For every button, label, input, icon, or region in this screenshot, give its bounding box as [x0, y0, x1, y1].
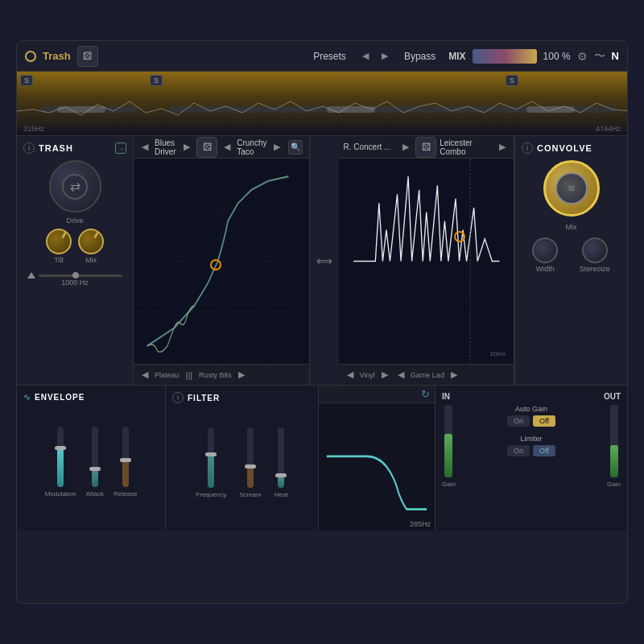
modulation-slider[interactable] [57, 427, 64, 487]
heat-slider[interactable] [278, 427, 284, 488]
attack-slider[interactable] [92, 427, 98, 487]
scream-label: Scream [239, 491, 262, 498]
freq-slider-thumb[interactable] [72, 272, 79, 279]
middle-arrow-panel[interactable]: ⟺ [310, 136, 339, 385]
dist2-footer-prev1[interactable]: ◀ [344, 368, 357, 382]
main-area: i TRASH → ⇄ Drive Tilt Mix [17, 136, 627, 386]
prev-preset-arrow[interactable]: ◀ [359, 49, 372, 63]
envelope-header: ∿ ENVELOPE [23, 392, 159, 402]
freq-slider[interactable] [39, 275, 122, 277]
frequency-slider-group: Frequency [196, 427, 226, 498]
trash-info-button[interactable]: i [23, 142, 35, 154]
convolve-section: i CONVOLVE ≋ Mix Width Stereoize [514, 136, 627, 385]
mix-knob-label: Mix [85, 256, 97, 264]
dist2-footer-next2[interactable]: ▶ [448, 368, 460, 382]
mix-bar[interactable] [473, 49, 537, 64]
dist2-preset1: R. Concert ... [344, 142, 397, 151]
dist2-footer-label2: Game Lad [411, 371, 444, 379]
release-slider[interactable] [122, 427, 129, 487]
dist1-preset2: Crunchy Taco [237, 138, 266, 156]
s-button-mid-right[interactable]: S [506, 75, 518, 86]
scream-slider[interactable] [247, 427, 254, 488]
frequency-slider[interactable] [208, 427, 214, 488]
dist1-next[interactable]: ▶ [180, 140, 193, 154]
dist1-prev[interactable]: ◀ [138, 140, 151, 154]
dice-button[interactable]: ⚄ [77, 46, 98, 67]
filter-title: FILTER [188, 394, 220, 402]
envelope-panel: ∿ ENVELOPE Modulation Attack [17, 386, 166, 530]
freq-value: 1000 Hz [23, 279, 126, 287]
mix-group: Mix [78, 229, 104, 264]
dist1-preset2-next[interactable]: ▶ [270, 140, 283, 154]
s-button-mid-left[interactable]: S [150, 75, 163, 86]
width-knob[interactable] [532, 237, 558, 263]
dist1-graph[interactable] [134, 159, 309, 364]
trash-arrow-button[interactable]: → [115, 142, 126, 154]
dist2-time: 10ms [489, 350, 506, 357]
convolve-knob-symbol: ≋ [568, 183, 576, 194]
dist2-footer-prev2[interactable]: ◀ [394, 368, 407, 382]
dist2-graph[interactable]: 10ms [339, 159, 514, 364]
dist2-handle[interactable] [454, 231, 465, 242]
settings-icon[interactable]: ⚙ [577, 50, 588, 63]
dist2-footer-next1[interactable]: ▶ [378, 368, 391, 382]
freq-control: 1000 Hz [23, 272, 126, 287]
out-label: OUT [604, 392, 621, 401]
dist2-next1[interactable]: ▶ [399, 140, 412, 154]
refresh-icon[interactable]: ↻ [421, 388, 430, 400]
convolve-mix-knob[interactable]: ≋ [543, 160, 600, 217]
stereoize-knob[interactable] [582, 237, 608, 263]
modulation-thumb[interactable] [55, 446, 66, 450]
tilt-knob[interactable] [46, 229, 72, 254]
filter-curve-svg [319, 403, 435, 530]
dist1-zoom[interactable]: 🔍 [288, 140, 303, 155]
scream-fill [247, 467, 254, 488]
attack-fill [92, 469, 98, 488]
bottom-section: ∿ ENVELOPE Modulation Attack [17, 386, 627, 530]
gear-icon [25, 51, 36, 62]
convolve-header: i CONVOLVE [522, 142, 621, 154]
limiter-off[interactable]: Off [533, 445, 555, 456]
s-button-left[interactable]: S [20, 75, 33, 86]
drive-label: Drive [23, 217, 126, 225]
auto-gain-on[interactable]: On [507, 415, 530, 427]
limiter-on[interactable]: On [507, 445, 530, 456]
modulation-label: Modulation [45, 490, 76, 497]
presets-button[interactable]: Presets [307, 47, 353, 65]
dist1-preset2-prev[interactable]: ◀ [221, 140, 233, 154]
release-slider-group: Release [114, 427, 137, 497]
spectrum-area: S S S 315Hz 4744Hz [17, 72, 627, 136]
scream-thumb[interactable] [245, 464, 256, 469]
filter-graph-body[interactable]: 285Hz [319, 403, 435, 530]
out-gain-label: Gain [607, 481, 621, 488]
dist1-dice[interactable]: ⚄ [196, 137, 217, 158]
heat-thumb[interactable] [275, 473, 287, 477]
envelope-title: ENVELOPE [35, 393, 85, 402]
freq-label-left: 315Hz [23, 125, 44, 133]
mix-label: MIX [448, 51, 465, 62]
out-meter-track [610, 405, 618, 477]
release-thumb[interactable] [120, 458, 131, 462]
filter-info[interactable]: i [172, 392, 184, 403]
dist2-next2[interactable]: ▶ [496, 140, 509, 154]
drive-knob[interactable]: ⇄ [49, 160, 101, 213]
dist2-footer: ◀ Vinyl ▶ ◀ Game Lad ▶ [339, 364, 514, 385]
next-preset-arrow[interactable]: ▶ [378, 49, 391, 63]
bypass-button[interactable]: Bypass [398, 47, 442, 65]
dist1-footer-next[interactable]: ▶ [235, 368, 248, 382]
auto-gain-control: Auto Gain On Off [462, 405, 601, 427]
auto-gain-off[interactable]: Off [533, 415, 555, 427]
dist2-footer-label1: Vinyl [360, 371, 375, 379]
in-meter-fill [444, 434, 452, 477]
tilt-mix-knobs: Tilt Mix [23, 229, 126, 264]
limiter-control: Limiter On Off [462, 435, 601, 456]
convolve-info[interactable]: i [522, 142, 533, 154]
limiter-label: Limiter [520, 435, 542, 443]
attack-thumb[interactable] [89, 467, 101, 471]
mix-knob[interactable] [78, 229, 104, 254]
dist1-footer-prev[interactable]: ◀ [138, 368, 151, 382]
dist1-footer-mid-icon[interactable]: ||| [183, 369, 196, 382]
dist1-handle[interactable] [210, 259, 221, 270]
frequency-thumb[interactable] [205, 452, 217, 456]
dist2-dice[interactable]: ⚄ [415, 137, 436, 158]
